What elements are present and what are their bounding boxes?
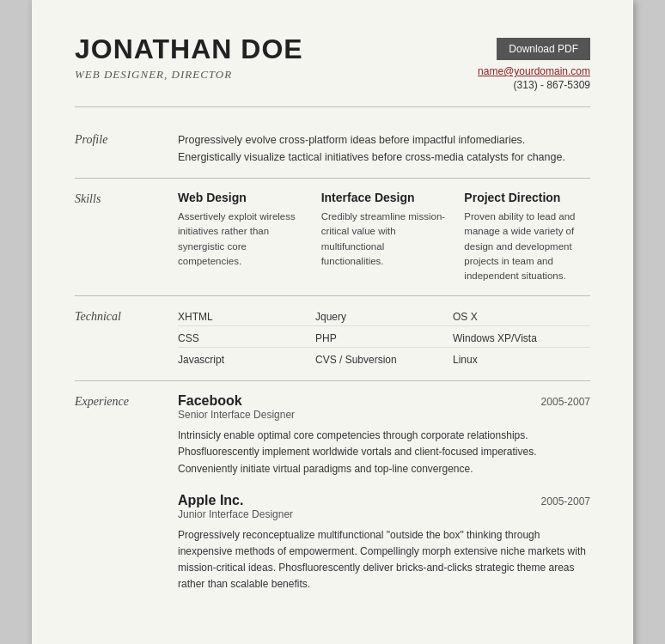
skill-col-1: Interface Design Credibly streamline mis… — [321, 191, 448, 283]
exp-company-0: Facebook — [178, 393, 242, 409]
exp-header-1: Apple Inc. 2005-2007 — [178, 493, 590, 508]
skills-label: Skills — [75, 191, 178, 283]
tech-item-5: Windows XP/Vista — [453, 330, 590, 348]
skill-title-2: Project Direction — [464, 191, 590, 204]
header-divider — [75, 106, 590, 107]
exp-desc-0: Intrinsicly enable optimal core competen… — [178, 428, 590, 477]
skill-desc-2: Proven ability to lead and manage a wide… — [464, 210, 590, 283]
applicant-title: WEB DESIGNER, DIRECTOR — [75, 68, 303, 82]
technical-label: Technical — [75, 308, 178, 368]
technical-content: XHTML Jquery OS X CSS PHP Windows XP/Vis… — [178, 308, 590, 368]
exp-company-1: Apple Inc. — [178, 493, 243, 508]
experience-entry-1: Apple Inc. 2005-2007 Junior Interface De… — [178, 493, 590, 593]
experience-section: Experience Facebook 2005-2007 Senior Int… — [75, 381, 590, 620]
download-pdf-button[interactable]: Download PDF — [497, 38, 590, 60]
header-left: JONATHAN DOE WEB DESIGNER, DIRECTOR — [75, 34, 303, 82]
skill-title-1: Interface Design — [321, 191, 448, 204]
skill-col-0: Web Design Assertively exploit wireless … — [178, 191, 304, 283]
skill-desc-0: Assertively exploit wireless initiatives… — [178, 210, 304, 269]
profile-content: Progressively evolve cross-platform idea… — [178, 131, 590, 166]
resume-document: JONATHAN DOE WEB DESIGNER, DIRECTOR Down… — [32, 0, 633, 644]
profile-label: Profile — [75, 131, 178, 166]
tech-grid: XHTML Jquery OS X CSS PHP Windows XP/Vis… — [178, 308, 590, 368]
skill-desc-1: Credibly streamline mission-critical val… — [321, 210, 448, 269]
exp-dates-0: 2005-2007 — [541, 396, 590, 408]
technical-section: Technical XHTML Jquery OS X CSS PHP Wind… — [75, 296, 590, 381]
email-link[interactable]: name@yourdomain.com — [478, 65, 590, 77]
experience-entry-0: Facebook 2005-2007 Senior Interface Desi… — [178, 393, 590, 477]
profile-section: Profile Progressively evolve cross-platf… — [75, 119, 590, 179]
tech-item-7: CVS / Subversion — [315, 351, 453, 368]
exp-role-0: Senior Interface Designer — [178, 409, 590, 421]
header-right: Download PDF name@yourdomain.com (313) -… — [478, 38, 590, 91]
tech-item-0: XHTML — [178, 308, 315, 326]
exp-desc-1: Progressively reconceptualize multifunct… — [178, 527, 590, 593]
skills-section: Skills Web Design Assertively exploit wi… — [75, 179, 590, 296]
tech-item-4: PHP — [315, 330, 453, 348]
skills-content: Web Design Assertively exploit wireless … — [178, 191, 590, 283]
tech-item-1: Jquery — [315, 308, 453, 326]
experience-content: Facebook 2005-2007 Senior Interface Desi… — [178, 393, 590, 608]
applicant-name: JONATHAN DOE — [75, 34, 303, 64]
tech-item-3: CSS — [178, 330, 315, 348]
profile-text: Progressively evolve cross-platform idea… — [178, 131, 590, 166]
exp-header-0: Facebook 2005-2007 — [178, 393, 590, 409]
exp-role-1: Junior Interface Designer — [178, 508, 590, 520]
skills-grid: Web Design Assertively exploit wireless … — [178, 191, 590, 283]
experience-label: Experience — [75, 393, 178, 608]
phone-number: (313) - 867-5309 — [478, 79, 590, 91]
skill-col-2: Project Direction Proven ability to lead… — [464, 191, 590, 283]
exp-dates-1: 2005-2007 — [541, 495, 590, 507]
skill-title-0: Web Design — [178, 191, 304, 204]
tech-item-6: Javascript — [178, 351, 315, 368]
tech-item-2: OS X — [453, 308, 590, 326]
tech-item-8: Linux — [453, 351, 590, 368]
resume-header: JONATHAN DOE WEB DESIGNER, DIRECTOR Down… — [75, 34, 590, 91]
